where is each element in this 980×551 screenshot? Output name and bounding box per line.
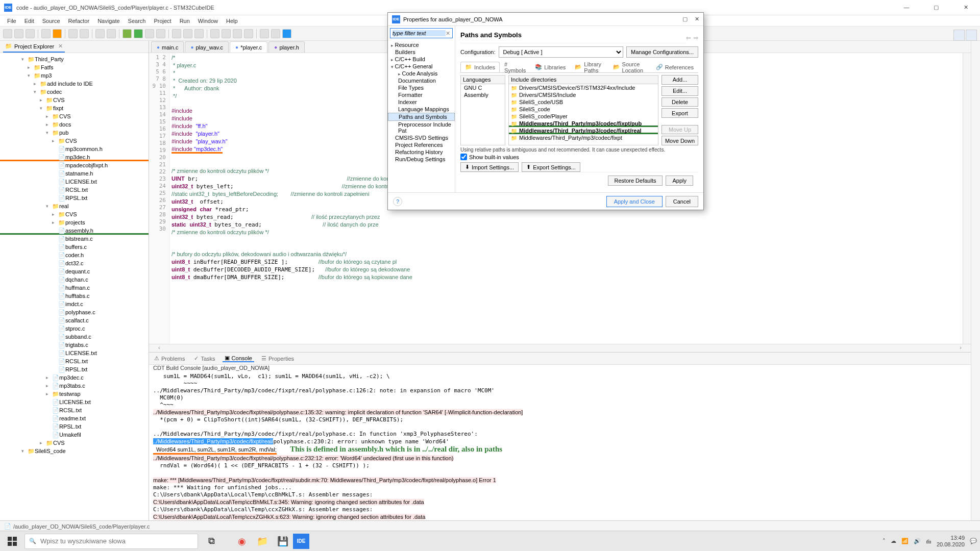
dialog-nav-item[interactable]: Documentation bbox=[388, 77, 455, 84]
dialog-nav-tree[interactable]: ▸ ResourceBuilders▸ C/C++ Build▾ C/C++ G… bbox=[388, 40, 455, 192]
tree-item[interactable]: 📄coder.h bbox=[0, 251, 149, 259]
include-dir-row[interactable]: 📁SileliS_code bbox=[509, 106, 658, 113]
info-icon[interactable] bbox=[282, 29, 291, 38]
console-btn2-icon[interactable] bbox=[909, 355, 916, 362]
include-dir-row[interactable]: 📁Drivers/CMSIS/Device/ST/STM32F4xx/Inclu… bbox=[509, 84, 658, 91]
editor-tab[interactable]: ●main.c bbox=[151, 41, 184, 53]
folder-icon[interactable] bbox=[68, 29, 78, 38]
tree-item[interactable]: 📄readme.txt bbox=[0, 414, 149, 422]
editor-tab[interactable]: ●*player.c bbox=[230, 41, 267, 53]
console-btn3-icon[interactable] bbox=[917, 355, 924, 362]
dialog-nav-item[interactable]: ▸ C/C++ Build bbox=[388, 56, 455, 63]
tree-item[interactable]: ▾📁SileliS_code bbox=[0, 447, 149, 455]
restore-defaults-button[interactable]: Restore Defaults bbox=[608, 176, 663, 186]
tree-item[interactable]: 📄RPSL.txt bbox=[0, 422, 149, 431]
tree-item[interactable]: ▸📁testwrap bbox=[0, 390, 149, 398]
misc1-icon[interactable] bbox=[210, 29, 219, 38]
tab-refs[interactable]: 🔗References bbox=[651, 62, 698, 72]
hscroll-right-icon[interactable]: › bbox=[960, 344, 962, 352]
dialog-nav-item[interactable]: ▸ Resource bbox=[388, 41, 455, 48]
dialog-nav-item[interactable]: Formatter bbox=[388, 91, 455, 98]
include-dir-row[interactable]: 📁Middlewares/Third_Party/mp3/codec/fixpt… bbox=[509, 127, 658, 134]
explorer-tab[interactable]: 📁 Project Explorer ✕ bbox=[3, 41, 65, 53]
tree-item[interactable]: 📄mpadecobjfixpt.h bbox=[0, 161, 149, 169]
tree-item[interactable]: 📄LICENSE.txt bbox=[0, 398, 149, 406]
export-settings-button[interactable]: ⬆Export Settings... bbox=[522, 162, 580, 172]
taskview-icon[interactable]: ⧉ bbox=[201, 532, 222, 550]
explorer-tree[interactable]: ▾📁Third_Party▸📁Fatfs▾📁mp3▸📁add include t… bbox=[0, 53, 149, 520]
dialog-nav-item[interactable]: Builders bbox=[388, 48, 455, 56]
misc3-icon[interactable] bbox=[233, 29, 242, 38]
tree-item[interactable]: 📄LICENSE.txt bbox=[0, 178, 149, 186]
show-builtin-checkbox[interactable] bbox=[460, 154, 467, 160]
misc2-icon[interactable] bbox=[222, 29, 231, 38]
undo-icon[interactable] bbox=[95, 29, 105, 38]
tree-item[interactable]: ▸📄mp3tabs.c bbox=[0, 382, 149, 390]
tray-network-icon[interactable]: 📶 bbox=[901, 538, 909, 544]
console-btn7-icon[interactable] bbox=[952, 355, 959, 362]
save-icon[interactable] bbox=[14, 29, 23, 38]
tree-item[interactable]: ▾📁pub bbox=[0, 129, 149, 137]
hscroll-left-icon[interactable]: ‹ bbox=[158, 344, 160, 352]
tree-item[interactable]: 📄scalfact.c bbox=[0, 316, 149, 324]
tree-item[interactable]: ▸📁projects bbox=[0, 218, 149, 227]
manage-config-button[interactable]: Manage Configurations... bbox=[626, 46, 698, 58]
tree-item[interactable]: 📄imdct.c bbox=[0, 300, 149, 308]
tray-lang-icon[interactable]: 🖮 bbox=[926, 538, 932, 544]
console-output[interactable]: sum1L = MADD64(sum1L, vLo, c1); sum1L = … bbox=[149, 371, 971, 520]
menu-edit[interactable]: Edit bbox=[20, 18, 38, 24]
tree-item[interactable]: 📄RPSL.txt bbox=[0, 194, 149, 202]
filter-input[interactable] bbox=[393, 30, 446, 36]
nav-back-icon[interactable] bbox=[260, 29, 269, 38]
config-select[interactable]: Debug [ Active ] bbox=[499, 46, 624, 58]
menu-search[interactable]: Search bbox=[124, 18, 150, 24]
console-btn8-icon[interactable] bbox=[961, 355, 968, 362]
step-icon[interactable] bbox=[172, 29, 181, 38]
tab-srcloc[interactable]: 📂Source Location bbox=[608, 62, 651, 72]
redo-icon[interactable] bbox=[107, 29, 116, 38]
maximize-button[interactable]: ▢ bbox=[926, 4, 946, 11]
import-settings-button[interactable]: ⬇Import Settings... bbox=[460, 162, 519, 172]
edit-button[interactable]: Edit... bbox=[662, 86, 698, 96]
dialog-nav-item[interactable]: ▸ Code Analysis bbox=[388, 70, 455, 77]
tree-item[interactable]: ▸📁docs bbox=[0, 120, 149, 129]
dialog-maximize-icon[interactable]: ▢ bbox=[682, 16, 688, 22]
tab-console[interactable]: ▣Console bbox=[223, 355, 254, 362]
taskbar-search-input[interactable] bbox=[40, 537, 193, 545]
run-config-icon[interactable] bbox=[145, 29, 154, 38]
tray-cloud-icon[interactable]: ☁ bbox=[891, 538, 896, 544]
languages-list[interactable]: Languages GNU C Assembly bbox=[460, 75, 505, 145]
menu-refactor[interactable]: Refactor bbox=[64, 18, 94, 24]
cancel-button[interactable]: Cancel bbox=[666, 196, 698, 207]
tree-item[interactable]: 📄dequant.c bbox=[0, 267, 149, 276]
tab-tasks[interactable]: ✓Tasks bbox=[192, 355, 217, 362]
console-btn1-icon[interactable] bbox=[900, 355, 907, 362]
new-icon[interactable] bbox=[3, 29, 12, 38]
tree-item[interactable]: ▸📁CVS bbox=[0, 210, 149, 218]
tree-item[interactable]: ▸📁CVS bbox=[0, 112, 149, 120]
run-icon[interactable] bbox=[134, 29, 143, 38]
export-button[interactable]: Export bbox=[662, 108, 698, 118]
menu-window[interactable]: Window bbox=[194, 18, 222, 24]
tree-item[interactable]: 📄assembly.h bbox=[0, 227, 149, 235]
build-icon[interactable] bbox=[41, 29, 51, 38]
include-dir-row[interactable]: 📁SileliS_code/USB bbox=[509, 98, 658, 106]
tree-item[interactable]: 📄RCSL.txt bbox=[0, 406, 149, 414]
taskbar-search[interactable]: 🔍 bbox=[24, 534, 198, 549]
close-tab-icon[interactable]: ✕ bbox=[58, 43, 63, 49]
lang-gnuc[interactable]: GNU C bbox=[461, 84, 505, 91]
console-btn5-icon[interactable] bbox=[935, 355, 942, 362]
add-button[interactable]: Add... bbox=[662, 75, 698, 85]
tray-volume-icon[interactable]: 🔊 bbox=[914, 538, 921, 544]
tree-item[interactable]: 📄hufftabs.c bbox=[0, 292, 149, 300]
include-dir-row[interactable]: 📁Drivers/CMSIS/Include bbox=[509, 91, 658, 98]
dialog-nav-item[interactable]: File Types bbox=[388, 84, 455, 91]
minimize-button[interactable]: — bbox=[896, 4, 917, 11]
tab-properties[interactable]: ☰Properties bbox=[259, 355, 296, 362]
include-dirs-list[interactable]: Include directories 📁Drivers/CMSIS/Devic… bbox=[508, 75, 658, 145]
tree-item[interactable]: 📄bitstream.c bbox=[0, 235, 149, 243]
save-all-icon[interactable] bbox=[26, 29, 35, 38]
tree-item[interactable]: ▾📁real bbox=[0, 202, 149, 210]
tree-item[interactable]: 📄RCSL.txt bbox=[0, 357, 149, 365]
tree-item[interactable]: 📄mp3common.h bbox=[0, 145, 149, 153]
